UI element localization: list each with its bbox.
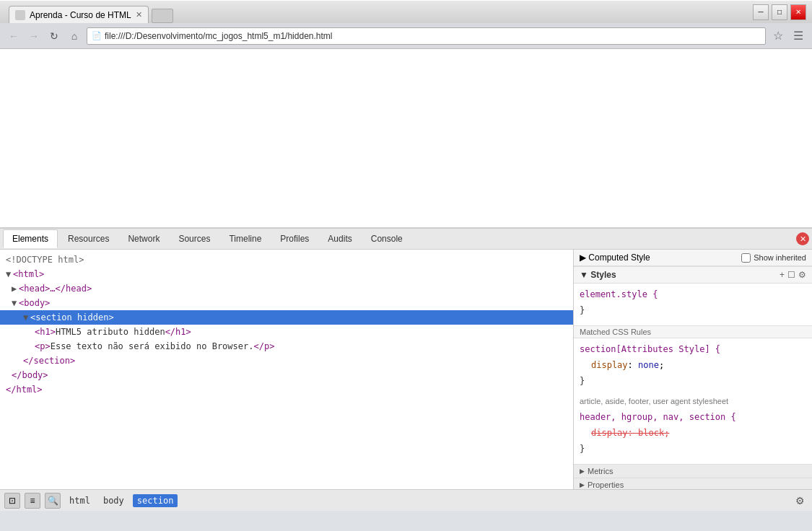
close-button[interactable]: ✕	[790, 4, 806, 20]
browser-content-area	[0, 49, 812, 228]
devtools-close-button[interactable]: ✕	[796, 232, 809, 245]
address-bar: ← → ↻ ⌂ 📄 file:///D:/Desenvolvimento/mc_…	[0, 23, 812, 49]
devtools-toolbar: Elements Resources Network Sources Timel…	[0, 228, 812, 250]
css-rule-prop-1: display: none;	[580, 357, 806, 373]
bookmark-button[interactable]: ☆	[770, 28, 786, 44]
tab-sources[interactable]: Sources	[170, 229, 219, 248]
properties-triangle-icon: ▶	[580, 481, 585, 488]
window-controls: ─ □ ✕	[753, 4, 806, 20]
breadcrumb-body[interactable]: body	[99, 494, 128, 507]
tab-audits[interactable]: Audits	[319, 229, 360, 248]
css-rule-selector-2: header, hgroup, nav, section {	[580, 409, 806, 425]
styles-section-title: ▼ Styles	[580, 270, 777, 280]
home-button[interactable]: ⌂	[66, 28, 82, 44]
matched-css-section: Matched CSS Rules section[Attributes Sty…	[574, 326, 812, 465]
tab-bar: Aprenda - Curso de HTML ✕	[6, 1, 748, 23]
new-tab-button[interactable]	[152, 9, 173, 23]
element-style-close: }	[580, 302, 806, 318]
breadcrumb-html[interactable]: html	[65, 494, 95, 507]
css-rule-source-2: article, aside, footer, user agent style…	[580, 393, 806, 409]
forward-button[interactable]: →	[26, 28, 42, 44]
devtools-bottom-bar: ⊡ ≡ 🔍 html body section ⚙	[0, 489, 812, 511]
properties-label: Properties	[588, 480, 624, 489]
styles-panel: ▶ Computed Style Show inherited ▼ Styles…	[574, 250, 812, 489]
address-text: file:///D:/Desenvolvimento/mc_jogos_html…	[105, 31, 332, 41]
back-button[interactable]: ←	[6, 28, 22, 44]
show-inherited-checkbox[interactable]	[741, 253, 751, 263]
show-inherited-wrap: Show inherited	[741, 253, 806, 263]
html-tree-panel[interactable]: <!DOCTYPE html> ▼<html> ▶<head>…</head> …	[0, 250, 574, 489]
tab-console[interactable]: Console	[362, 229, 411, 248]
html-section-line[interactable]: ▼<section hidden>	[0, 310, 573, 325]
breadcrumb-section[interactable]: section	[133, 494, 178, 507]
computed-style-label: ▶ Computed Style	[580, 253, 650, 263]
minimize-button[interactable]: ─	[753, 4, 769, 20]
computed-style-section: ▶ Computed Style Show inherited	[574, 250, 812, 267]
reload-button[interactable]: ↻	[46, 28, 62, 44]
tab-title: Aprenda - Curso de HTML	[30, 10, 131, 20]
add-style-button[interactable]: +	[780, 270, 785, 280]
address-bar-input[interactable]: 📄 file:///D:/Desenvolvimento/mc_jogos_ht…	[87, 27, 766, 45]
devtools-settings-button[interactable]: ⚙	[792, 493, 808, 509]
devtools-main-area: <!DOCTYPE html> ▼<html> ▶<head>…</head> …	[0, 250, 812, 489]
inspect-button[interactable]: ≡	[25, 493, 40, 509]
styles-header-actions: + ☐ ⚙	[780, 270, 806, 280]
computed-style-header[interactable]: ▶ Computed Style Show inherited	[574, 250, 812, 266]
tab-profiles[interactable]: Profiles	[271, 229, 318, 248]
html-p-line[interactable]: <p>Esse texto não será exibido no Browse…	[0, 339, 573, 354]
styles-body: element.style { }	[574, 284, 812, 325]
html-head-line[interactable]: ▶<head>…</head>	[0, 281, 573, 296]
html-section-close-line[interactable]: </section>	[0, 354, 573, 368]
html-body-line[interactable]: ▼<body>	[0, 296, 573, 310]
maximize-button[interactable]: □	[772, 4, 787, 20]
css-rule-section-attrs: section[Attributes Style] { display: non…	[580, 341, 806, 389]
css-rule-close-1: }	[580, 373, 806, 389]
search-button[interactable]: 🔍	[45, 493, 61, 509]
settings-style-button[interactable]: ⚙	[798, 270, 806, 280]
html-doctype-line: <!DOCTYPE html>	[0, 253, 573, 267]
metrics-triangle-icon: ▶	[580, 468, 585, 475]
css-rule-user-agent: article, aside, footer, user agent style…	[580, 393, 806, 457]
tab-timeline[interactable]: Timeline	[220, 229, 270, 248]
html-html-line[interactable]: ▼<html>	[0, 267, 573, 281]
dock-button[interactable]: ⊡	[4, 493, 20, 509]
menu-button[interactable]: ☰	[790, 28, 806, 44]
show-inherited-label: Show inherited	[754, 253, 806, 262]
html-h1-line[interactable]: <h1>HTML5 atributo hidden</h1>	[0, 325, 573, 339]
window-chrome: Aprenda - Curso de HTML ✕ ─ □ ✕	[0, 0, 812, 23]
matched-css-label: Matched CSS Rules	[574, 326, 812, 338]
element-style-rule: element.style { }	[580, 286, 806, 318]
address-file-icon: 📄	[92, 31, 102, 40]
tab-resources[interactable]: Resources	[59, 229, 118, 248]
matched-css-body: section[Attributes Style] { display: non…	[574, 338, 812, 464]
tab-network[interactable]: Network	[119, 229, 168, 248]
tab-favicon	[15, 10, 25, 20]
styles-section-header: ▼ Styles + ☐ ⚙	[574, 267, 812, 284]
properties-section[interactable]: ▶ Properties	[574, 478, 812, 489]
devtools-panel: Elements Resources Network Sources Timel…	[0, 228, 812, 511]
css-rule-prop-2: display: block;	[580, 425, 806, 441]
element-style-selector: element.style {	[580, 286, 806, 302]
metrics-section[interactable]: ▶ Metrics	[574, 465, 812, 478]
styles-section: ▼ Styles + ☐ ⚙ element.style { }	[574, 267, 812, 326]
css-rule-selector-1: section[Attributes Style] {	[580, 341, 806, 357]
html-html-close-line[interactable]: </html>	[0, 382, 573, 397]
browser-tab[interactable]: Aprenda - Curso de HTML ✕	[9, 6, 149, 23]
metrics-label: Metrics	[588, 467, 613, 475]
refresh-style-button[interactable]: ☐	[787, 270, 795, 280]
tab-elements[interactable]: Elements	[3, 229, 58, 248]
html-body-close-line[interactable]: </body>	[0, 368, 573, 382]
css-rule-close-2: }	[580, 441, 806, 457]
tab-close-button[interactable]: ✕	[136, 10, 142, 19]
